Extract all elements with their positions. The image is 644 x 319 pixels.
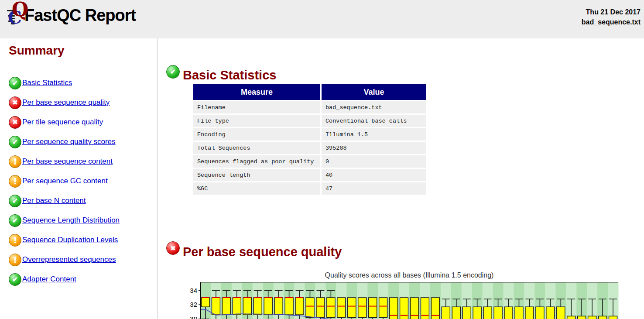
- quality-box: [348, 298, 356, 318]
- measure-cell: Filename: [193, 101, 320, 113]
- warn-icon: !: [9, 234, 21, 247]
- quality-box: [233, 298, 241, 315]
- header-meta: Thu 21 Dec 2017 bad_sequence.txt: [582, 7, 641, 27]
- measure-cell: %GC: [193, 182, 320, 195]
- measure-cell: Sequences flagged as poor quality: [193, 155, 320, 168]
- table-row: Filenamebad_sequence.txt: [193, 101, 426, 113]
- quality-box: [557, 307, 565, 319]
- quality-box: [525, 307, 534, 319]
- y-axis-tick-label: 34: [190, 287, 197, 294]
- quality-box: [243, 298, 251, 315]
- sidebar-link[interactable]: Per tile sequence quality: [22, 118, 103, 127]
- summary-list: ✔Basic Statistics✖Per base sequence qual…: [9, 76, 155, 292]
- quality-box: [588, 316, 596, 319]
- sidebar-link[interactable]: Overrepresented sequences: [22, 255, 116, 264]
- quality-box: [379, 298, 387, 318]
- quality-box: [567, 316, 575, 319]
- table-row: %GC47: [193, 182, 426, 195]
- quality-box: [599, 316, 607, 319]
- measure-cell: Sequence length: [193, 169, 320, 181]
- sidebar-item: !Per base sequence content: [9, 155, 155, 168]
- summary-title: Summary: [9, 44, 65, 58]
- fail-icon: ✖: [9, 116, 21, 129]
- pass-icon: ✔: [9, 195, 21, 207]
- quality-box: [494, 307, 502, 319]
- section-title-per-base-quality: Per base sequence quality: [183, 245, 342, 259]
- sidebar-item: !Sequence Duplication Levels: [9, 233, 155, 247]
- value-cell: 47: [322, 182, 426, 195]
- quality-box: [306, 298, 314, 318]
- sidebar-link[interactable]: Per base N content: [22, 196, 86, 205]
- stats-table-head: MeasureValue: [193, 84, 426, 100]
- report-header: Q C FastQC Report Thu 21 Dec 2017 bad_se…: [0, 0, 644, 38]
- sidebar-link[interactable]: Sequence Duplication Levels: [22, 236, 118, 244]
- pass-icon: ✔: [9, 136, 21, 148]
- quality-box: [201, 298, 209, 307]
- y-axis-tick-label: 32: [190, 301, 197, 308]
- sidebar-item: ✔Per base N content: [9, 194, 155, 207]
- sidebar-item: !Overrepresented sequences: [9, 253, 155, 266]
- chart-title: Quality scores across all bases (Illumin…: [325, 271, 494, 279]
- report-filename: bad_sequence.txt: [582, 17, 641, 27]
- sidebar-link[interactable]: Per base sequence quality: [22, 98, 110, 107]
- report-date: Thu 21 Dec 2017: [582, 7, 641, 17]
- page-title: FastQC Report: [24, 6, 136, 25]
- quality-box: [222, 298, 230, 315]
- quality-box: [274, 298, 283, 315]
- y-axis-tick-label: 30: [190, 315, 197, 319]
- measure-cell: Encoding: [193, 128, 320, 141]
- sidebar-link[interactable]: Adapter Content: [22, 275, 76, 284]
- table-row: Total Sequences395288: [193, 142, 426, 154]
- quality-box: [578, 316, 586, 319]
- measure-cell: File type: [193, 115, 320, 127]
- table-header-cell: Value: [322, 84, 426, 100]
- value-cell: bad_sequence.txt: [322, 101, 426, 113]
- quality-box: [473, 307, 481, 319]
- fail-icon: ✖: [9, 96, 21, 109]
- value-cell: 0: [322, 155, 426, 168]
- quality-box: [316, 298, 325, 318]
- quality-box: [358, 298, 367, 318]
- value-cell: Illumina 1.5: [322, 128, 426, 141]
- sidebar-link[interactable]: Per base sequence content: [22, 157, 113, 166]
- value-cell: Conventional base calls: [322, 115, 426, 127]
- sidebar-item: ✖Per tile sequence quality: [9, 116, 155, 129]
- quality-box: [442, 307, 450, 319]
- warn-icon: !: [9, 175, 21, 188]
- pass-icon: ✔: [166, 65, 180, 79]
- table-row: EncodingIllumina 1.5: [193, 128, 426, 141]
- quality-box: [295, 298, 304, 315]
- quality-box: [327, 298, 335, 318]
- sidebar-divider: [157, 38, 158, 319]
- sidebar-link[interactable]: Per sequence quality scores: [22, 137, 116, 146]
- quality-box: [546, 307, 555, 319]
- pass-icon: ✔: [9, 214, 21, 227]
- quality-box: [609, 316, 617, 319]
- quality-box: [212, 298, 220, 315]
- table-header-cell: Measure: [193, 84, 320, 100]
- section-title-basic-statistics: Basic Statistics: [183, 68, 276, 82]
- quality-box: [285, 298, 293, 315]
- logo-q-letter: Q: [12, 0, 28, 21]
- pass-icon: ✔: [9, 77, 21, 89]
- sidebar-link[interactable]: Per sequence GC content: [22, 177, 108, 185]
- table-row: Sequences flagged as poor quality0: [193, 155, 426, 168]
- sidebar-item: ✖Per base sequence quality: [9, 96, 155, 109]
- table-row: File typeConventional base calls: [193, 115, 426, 127]
- value-cell: 40: [322, 169, 426, 181]
- sidebar-item: ✔Sequence Length Distribution: [9, 214, 155, 227]
- quality-box: [452, 307, 460, 319]
- quality-box: [483, 307, 492, 319]
- stats-table: MeasureValue Filenamebad_sequence.txtFil…: [192, 83, 428, 196]
- warn-icon: !: [9, 254, 21, 266]
- quality-box: [369, 298, 377, 318]
- fastqc-report-page: Q C FastQC Report Thu 21 Dec 2017 bad_se…: [0, 0, 644, 319]
- sidebar-link[interactable]: Basic Statistics: [22, 79, 72, 87]
- sidebar-item: ✔Per sequence quality scores: [9, 135, 155, 148]
- quality-box: [337, 298, 346, 318]
- quality-box: [536, 307, 544, 319]
- warn-icon: !: [9, 155, 21, 168]
- sidebar-link[interactable]: Sequence Length Distribution: [22, 216, 120, 225]
- sidebar-item: !Per sequence GC content: [9, 175, 155, 188]
- sidebar-item: ✔Adapter Content: [9, 273, 155, 286]
